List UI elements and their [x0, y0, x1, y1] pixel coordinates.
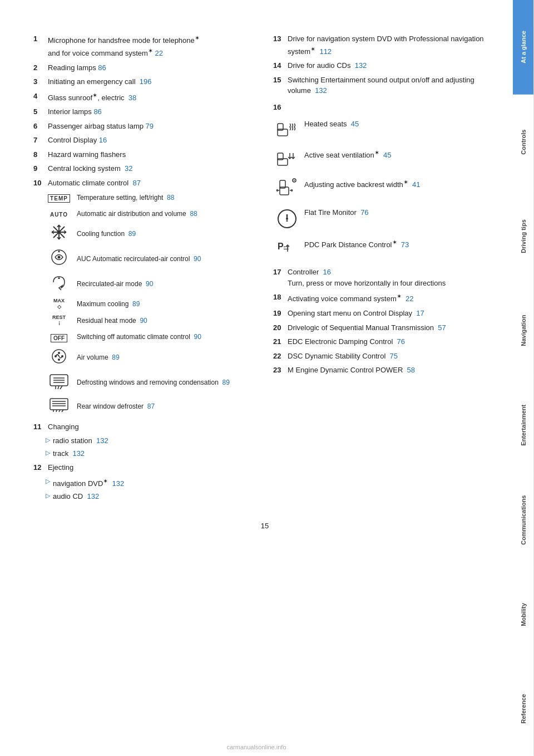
- svg-point-14: [58, 256, 61, 259]
- item-number: 3: [33, 76, 46, 87]
- auto-icon: AUTO: [46, 208, 72, 219]
- air-volume-icon: [46, 347, 72, 368]
- icon-description: Flat Tire Monitor 76: [304, 208, 496, 218]
- backrest-svg: [275, 178, 299, 199]
- climate-desc: Air volume 89: [77, 354, 120, 361]
- list-item: 2 Reading lamps 86: [33, 62, 256, 73]
- star-mark: ✶: [92, 92, 97, 99]
- recirc-icon: [46, 274, 72, 293]
- item-16-section: 16: [273, 102, 496, 262]
- item-number: 2: [33, 62, 46, 73]
- item-text: Central locking system 32: [48, 163, 256, 174]
- sidebar-tab-navigation[interactable]: Navigation: [513, 283, 534, 378]
- item-text: Drivelogic of Sequential Manual Transmis…: [288, 322, 496, 333]
- page-ref: 132: [96, 436, 108, 445]
- item-text: DSC Dynamic Stability Control 75: [288, 351, 496, 362]
- item-text: EDC Electronic Damping Control 76: [288, 336, 496, 347]
- list-item: 21 EDC Electronic Damping Control 76: [273, 336, 496, 347]
- page-ref: 90: [140, 317, 147, 325]
- item-text: Controller 16 Turn, press or move horizo…: [288, 267, 496, 288]
- star-mark: ✶: [103, 478, 108, 484]
- item-11-section: 11 Changing ▷ radio station 132 ▷ track …: [33, 421, 256, 459]
- item-text: Drive for navigation system DVD with Pro…: [288, 33, 496, 57]
- item-number: 22: [273, 351, 285, 362]
- sub-items: ▷ radio station 132 ▷ track 132: [46, 435, 256, 459]
- item-text: Switching Entertainment sound output on/…: [288, 75, 496, 96]
- page-ref: 86: [93, 107, 101, 116]
- sidebar-tab-label: Controls: [520, 129, 527, 154]
- page-ref: 79: [146, 122, 154, 130]
- sub-item: ▷ radio station 132: [46, 435, 256, 446]
- item-text: Drive for audio CDs 132: [288, 60, 496, 71]
- pdc-svg: P ⚍: [275, 238, 299, 258]
- sidebar-tab-mobility[interactable]: Mobility: [513, 567, 534, 662]
- flat-tire-icon: !: [273, 208, 301, 233]
- star-mark: ✶: [403, 179, 408, 185]
- page-ref: 22: [406, 295, 413, 303]
- sidebar-tab-label: Reference: [520, 694, 527, 724]
- page-ref: 75: [390, 352, 398, 360]
- list-item: 17 Controller 16 Turn, press or move hor…: [273, 267, 496, 288]
- item-text: Hazard warning flashers: [48, 149, 256, 160]
- page-ref: 89: [128, 230, 136, 238]
- page-ref: 89: [112, 354, 119, 361]
- icon-description: Heated seats 45: [304, 119, 496, 129]
- star-mark: ✶: [397, 293, 402, 300]
- cooling-icon: [46, 224, 72, 243]
- page-ref: 132: [87, 492, 99, 500]
- climate-desc: Residual heat mode 90: [77, 317, 147, 325]
- page-ref: 16: [323, 268, 331, 276]
- sidebar-tab-reference[interactable]: Reference: [513, 661, 534, 756]
- star-mark: ✶: [195, 35, 200, 41]
- list-item: 7 Control Display 16: [33, 135, 256, 146]
- sidebar-tab-driving-tips[interactable]: Driving tips: [513, 189, 534, 284]
- page-ref: 45: [351, 120, 359, 128]
- svg-line-32: [56, 410, 57, 412]
- sub-item: ▷ audio CD 132: [46, 491, 256, 502]
- climate-icon-row: Rear window defroster 87: [46, 397, 256, 416]
- star-mark: ✶: [310, 46, 315, 52]
- right-column: 13 Drive for navigation system DVD with …: [273, 33, 496, 505]
- climate-icon-row: TEMP Temperature setting, left/right 88: [46, 192, 256, 203]
- list-item: 14 Drive for audio CDs 132: [273, 60, 496, 71]
- page-ref: 86: [98, 63, 106, 72]
- page-ref: 90: [194, 333, 201, 341]
- sub-item: ▷ navigation DVD✶ 132: [46, 477, 256, 489]
- pdc-icon: P ⚍: [273, 238, 301, 261]
- climate-icon-row: Air volume 89: [46, 347, 256, 368]
- page-ref: 41: [412, 181, 420, 189]
- sidebar-tab-at-a-glance[interactable]: At a glance: [513, 0, 534, 95]
- page-ref: 132: [112, 479, 125, 488]
- arrow-icon: ▷: [46, 477, 50, 486]
- list-item: 20 Drivelogic of Sequential Manual Trans…: [273, 322, 496, 333]
- item-number: 5: [33, 106, 46, 117]
- list-item: 6 Passenger airbag status lamp 79: [33, 121, 256, 132]
- sidebar-tab-controls[interactable]: Controls: [513, 95, 534, 189]
- svg-point-42: [294, 180, 295, 181]
- list-item: 5 Interior lamps 86: [33, 106, 256, 117]
- svg-point-19: [58, 359, 60, 361]
- icon-description: PDC Park Distance Control✶ 73: [304, 238, 496, 251]
- sidebar-tab-label: At a glance: [520, 31, 527, 64]
- climate-desc: Recirculated-air mode 90: [77, 280, 153, 288]
- page-ref: 38: [128, 94, 136, 102]
- sidebar-tab-entertainment[interactable]: Entertainment: [513, 378, 534, 473]
- list-item: 12 Ejecting: [33, 462, 256, 473]
- item-text: Microphone for handsfree mode for teleph…: [48, 33, 256, 59]
- item-text: Interior lamps 86: [48, 106, 256, 117]
- rest-label: REST⫶: [46, 315, 72, 327]
- climate-icon-row: AUC Automatic recirculated-air control 9…: [46, 248, 256, 269]
- star-mark: ✶: [148, 47, 153, 54]
- air-volume-svg: [50, 347, 68, 365]
- auto-label: AUTO: [50, 212, 68, 218]
- sidebar-tab-label: Entertainment: [520, 405, 527, 446]
- sidebar: At a glance Controls Driving tips Naviga…: [513, 0, 534, 756]
- list-item: 4 Glass sunroof✶, electric 38: [33, 91, 256, 104]
- sidebar-tab-communications[interactable]: Communications: [513, 473, 534, 567]
- backrest-icon: [273, 178, 301, 202]
- item-number: 13: [273, 33, 285, 45]
- sidebar-tab-label: Communications: [520, 495, 527, 544]
- page-container: 1 Microphone for handsfree mode for tele…: [0, 0, 534, 756]
- item-text: Control Display 16: [48, 135, 256, 146]
- page-ref: 57: [438, 323, 446, 332]
